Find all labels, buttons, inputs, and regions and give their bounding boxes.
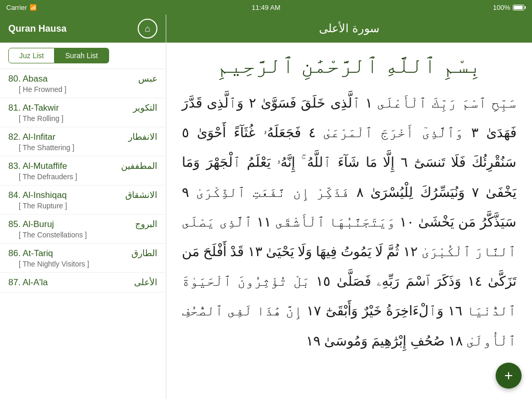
status-left: Carrier 📶 <box>6 4 69 11</box>
list-item[interactable]: 85. Al-Buruj البروج [ The Constellations… <box>0 215 166 244</box>
surah-name-ar: التكوير <box>133 102 157 113</box>
battery-icon <box>513 5 526 10</box>
list-item[interactable]: 81. At-Takwir التكوير [ The Rolling ] <box>0 98 166 127</box>
surah-name-en: 82. Al-Infitar <box>8 132 56 142</box>
surah-subtitle: [ The Rupture ] <box>8 202 157 210</box>
app-title: Quran Hausa <box>8 23 66 34</box>
wifi-icon: 📶 <box>30 4 37 11</box>
left-header: Quran Hausa ⌂ <box>0 15 166 43</box>
surah-subtitle: [ The Constellations ] <box>8 231 157 239</box>
fab-button[interactable]: + <box>496 363 522 389</box>
surah-name-en: 81. At-Takwir <box>8 103 59 113</box>
quran-content[interactable]: بِسْمِ ٱللَّهِ ٱلرَّحْمَٰنِ ٱلرَّحِيمِ س… <box>166 43 532 399</box>
carrier-label: Carrier <box>6 4 27 11</box>
app-container: Quran Hausa ⌂ Juz List Surah List 80. Ab… <box>0 15 532 399</box>
surah-subtitle: [ He Frowned ] <box>8 85 157 94</box>
surah-name-en: 86. At-Tariq <box>8 248 53 259</box>
list-item[interactable]: 80. Abasa عبس [ He Frowned ] <box>0 69 166 98</box>
bismillah: بِسْمِ ٱللَّهِ ٱلرَّحْمَٰنِ ٱلرَّحِيمِ <box>182 53 516 78</box>
surah-name-ar: الطارق <box>131 248 157 259</box>
surah-name-en: 85. Al-Buruj <box>8 219 54 230</box>
surah-name-en: 83. Al-Mutaffife <box>8 161 67 171</box>
tab-buttons: Juz List Surah List <box>0 43 166 69</box>
surah-name-ar: البروج <box>135 219 157 230</box>
list-item[interactable]: 86. At-Tariq الطارق [ The Nightly Visito… <box>0 244 166 273</box>
list-item[interactable]: 84. Al-Inshiqaq الانشقاق [ The Rupture ] <box>0 185 166 215</box>
surah-name-ar: الأعلى <box>134 277 157 288</box>
tab-surah[interactable]: Surah List <box>55 48 109 63</box>
surah-name-en: 80. Abasa <box>8 74 48 84</box>
list-item[interactable]: 83. Al-Mutaffife المطففين [ The Defraude… <box>0 156 166 185</box>
right-header: سورة الأعلى <box>166 15 532 43</box>
status-right: 100% <box>463 4 526 11</box>
home-button[interactable]: ⌂ <box>138 19 157 38</box>
tab-juz[interactable]: Juz List <box>8 48 55 63</box>
quran-verses: سَبِّحِ ٱسْمَ رَبِّكَ ٱلْأَعْلَى ١ ٱلَّذ… <box>182 88 516 356</box>
surah-name-en: 87. Al-A'la <box>8 277 48 288</box>
surah-name-ar: المطففين <box>121 161 157 171</box>
surah-name-ar: عبس <box>138 73 157 84</box>
surah-subtitle: [ The Nightly Visitors ] <box>8 260 157 268</box>
surah-title: سورة الأعلى <box>319 22 379 35</box>
list-item[interactable]: 82. Al-Infitar الانفطار [ The Shattering… <box>0 127 166 156</box>
status-bar: Carrier 📶 11:49 AM 100% <box>0 0 532 15</box>
list-item[interactable]: 87. Al-A'la الأعلى <box>0 273 166 292</box>
right-panel: سورة الأعلى بِسْمِ ٱللَّهِ ٱلرَّحْمَٰنِ … <box>166 15 532 399</box>
surah-subtitle: [ The Shattering ] <box>8 143 157 152</box>
left-panel: Quran Hausa ⌂ Juz List Surah List 80. Ab… <box>0 15 166 399</box>
surah-name-en: 84. Al-Inshiqaq <box>8 190 66 201</box>
surah-subtitle: [ The Rolling ] <box>8 114 157 123</box>
surah-name-ar: الانشقاق <box>125 190 157 201</box>
surah-list[interactable]: 80. Abasa عبس [ He Frowned ] 81. At-Takw… <box>0 69 166 399</box>
status-time: 11:49 AM <box>69 4 463 11</box>
battery-percent: 100% <box>493 4 510 11</box>
surah-name-ar: الانفطار <box>128 131 157 142</box>
surah-subtitle: [ The Defrauders ] <box>8 172 157 181</box>
